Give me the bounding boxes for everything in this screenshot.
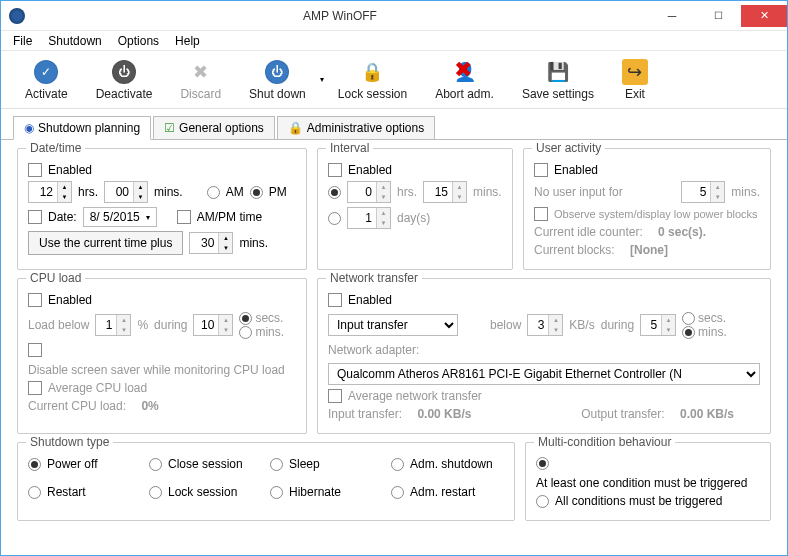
menubar: File Shutdown Options Help [1, 31, 787, 51]
net-direction-select[interactable]: Input transfer [328, 314, 458, 336]
hibernate-radio[interactable] [270, 486, 283, 499]
exit-button[interactable]: ↪Exit [608, 57, 662, 103]
disable-ss-checkbox[interactable] [28, 343, 42, 357]
lock-session-radio[interactable] [149, 486, 162, 499]
cpu-group: CPU load Enabled Load below ▲▼ % during … [17, 278, 307, 434]
avg-cpu-checkbox[interactable] [28, 381, 42, 395]
cpu-secs-radio[interactable] [239, 312, 252, 325]
interval-legend: Interval [326, 141, 373, 155]
sleep-radio[interactable] [270, 458, 283, 471]
multi-condition-group: Multi-condition behaviour At least one c… [525, 442, 771, 521]
app-icon [9, 8, 25, 24]
interval-hrs-spinner[interactable]: ▲▼ [347, 181, 391, 203]
abort-adm-button[interactable]: 👤✖Abort adm. [421, 57, 508, 103]
net-secs-radio[interactable] [682, 312, 695, 325]
multi-legend: Multi-condition behaviour [534, 435, 675, 449]
toolbar: ✓Activate ⏻Deactivate ✖Discard ⏻Shut dow… [1, 51, 787, 109]
close-session-radio[interactable] [149, 458, 162, 471]
shutdown-type-group: Shutdown type Power off Close session Sl… [17, 442, 515, 521]
user-activity-legend: User activity [532, 141, 605, 155]
noinput-mins-spinner[interactable]: ▲▼ [681, 181, 725, 203]
content: Date/time Enabled ▲▼ hrs. ▲▼ mins. AM PM… [1, 140, 787, 537]
poweroff-radio[interactable] [28, 458, 41, 471]
minimize-button[interactable] [649, 5, 695, 27]
datetime-enabled-checkbox[interactable] [28, 163, 42, 177]
menu-options[interactable]: Options [110, 32, 167, 50]
plus-mins-spinner[interactable]: ▲▼ [189, 232, 233, 254]
avg-net-checkbox[interactable] [328, 389, 342, 403]
ampm-checkbox[interactable] [177, 210, 191, 224]
admrestart-radio[interactable] [391, 486, 404, 499]
interval-group: Interval Enabled ▲▼ hrs. ▲▼ mins. ▲▼ day… [317, 148, 513, 270]
interval-hrs-radio[interactable] [328, 186, 341, 199]
interval-days-radio[interactable] [328, 212, 341, 225]
useractivity-enabled-checkbox[interactable] [534, 163, 548, 177]
net-adapter-select[interactable]: Qualcomm Atheros AR8161 PCI-E Gigabit Et… [328, 363, 760, 385]
cpu-below-spinner[interactable]: ▲▼ [95, 314, 131, 336]
save-settings-button[interactable]: 💾Save settings [508, 57, 608, 103]
datetime-group: Date/time Enabled ▲▼ hrs. ▲▼ mins. AM PM… [17, 148, 307, 270]
cpu-mins-radio[interactable] [239, 326, 252, 339]
shutdown-type-legend: Shutdown type [26, 435, 113, 449]
maximize-button[interactable] [695, 5, 741, 27]
net-during-spinner[interactable]: ▲▼ [640, 314, 676, 336]
menu-help[interactable]: Help [167, 32, 208, 50]
cpu-enabled-checkbox[interactable] [28, 293, 42, 307]
interval-days-spinner[interactable]: ▲▼ [347, 207, 391, 229]
allconditions-radio[interactable] [536, 495, 549, 508]
network-legend: Network transfer [326, 271, 422, 285]
pm-radio[interactable] [250, 186, 263, 199]
lock-session-button[interactable]: 🔒Lock session [324, 57, 421, 103]
titlebar[interactable]: AMP WinOFF [1, 1, 787, 31]
datetime-mins-spinner[interactable]: ▲▼ [104, 181, 148, 203]
cpu-legend: CPU load [26, 271, 85, 285]
tab-general-options[interactable]: ☑General options [153, 116, 275, 140]
date-checkbox[interactable] [28, 210, 42, 224]
activate-button[interactable]: ✓Activate [11, 57, 82, 103]
cpu-during-spinner[interactable]: ▲▼ [193, 314, 233, 336]
am-radio[interactable] [207, 186, 220, 199]
tabbar: ◉Shutdown planning ☑General options 🔒Adm… [1, 109, 787, 140]
shutdown-button[interactable]: ⏻Shut down [235, 57, 320, 103]
datetime-legend: Date/time [26, 141, 85, 155]
restart-radio[interactable] [28, 486, 41, 499]
admshutdown-radio[interactable] [391, 458, 404, 471]
atleastone-radio[interactable] [536, 457, 549, 470]
discard-button[interactable]: ✖Discard [166, 57, 235, 103]
use-current-time-button[interactable]: Use the current time plus [28, 231, 183, 255]
user-activity-group: User activity Enabled No user input for … [523, 148, 771, 270]
deactivate-button[interactable]: ⏻Deactivate [82, 57, 167, 103]
menu-shutdown[interactable]: Shutdown [40, 32, 109, 50]
tab-administrative-options[interactable]: 🔒Administrative options [277, 116, 435, 140]
net-mins-radio[interactable] [682, 326, 695, 339]
close-button[interactable] [741, 5, 787, 27]
net-enabled-checkbox[interactable] [328, 293, 342, 307]
window-title: AMP WinOFF [31, 9, 649, 23]
datetime-hrs-spinner[interactable]: ▲▼ [28, 181, 72, 203]
interval-mins-spinner[interactable]: ▲▼ [423, 181, 467, 203]
tab-shutdown-planning[interactable]: ◉Shutdown planning [13, 116, 151, 140]
network-group: Network transfer Enabled Input transfer … [317, 278, 771, 434]
menu-file[interactable]: File [5, 32, 40, 50]
observe-checkbox[interactable] [534, 207, 548, 221]
net-below-spinner[interactable]: ▲▼ [527, 314, 563, 336]
date-picker[interactable]: 8/ 5/2015▾ [83, 207, 157, 227]
interval-enabled-checkbox[interactable] [328, 163, 342, 177]
